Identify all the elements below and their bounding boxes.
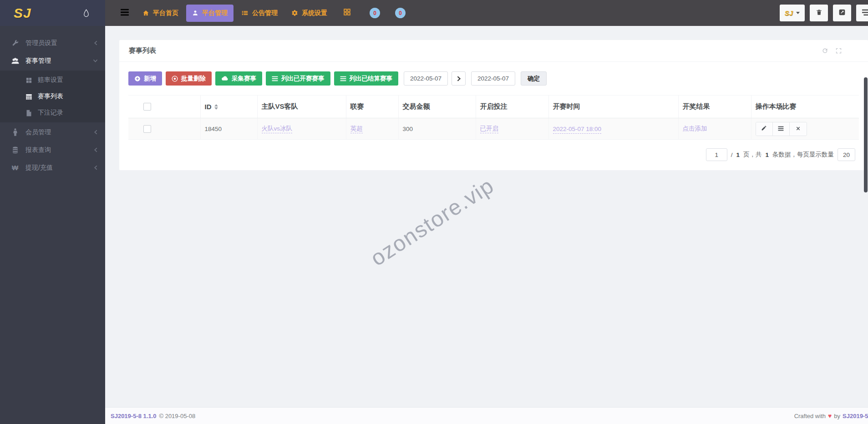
total-records: 1 bbox=[765, 151, 769, 158]
select-all-checkbox[interactable] bbox=[143, 103, 151, 111]
sidebar-item-match-manage[interactable]: 赛事管理 bbox=[0, 52, 105, 70]
add-button[interactable]: 新增 bbox=[128, 71, 162, 86]
header-teams: 主队VS客队 bbox=[257, 96, 346, 118]
table-row: 18450 火队vs冰队 英超 300 已开启 2022-05-07 18:00… bbox=[128, 118, 859, 140]
row-action-group bbox=[756, 122, 807, 136]
sidebar: 管理员设置 赛事管理 赔率设置 赛事列表 下注记录 会员管理 bbox=[0, 26, 105, 424]
chevron-left-icon bbox=[94, 130, 98, 135]
cell-teams: 火队vs冰队 bbox=[257, 118, 346, 140]
panel-header: 赛事列表 bbox=[119, 40, 868, 62]
trash-icon bbox=[816, 9, 822, 17]
footer-brand-link[interactable]: SJ2019-5-8 1.1.0 bbox=[111, 413, 156, 419]
panel-tools bbox=[822, 47, 842, 54]
edit-row-button[interactable] bbox=[756, 122, 773, 136]
main-menu: 平台首页 平台管理 公告管理 系统设置 0 0 bbox=[137, 5, 406, 22]
start-time-link[interactable]: 2022-05-07 18:00 bbox=[553, 126, 602, 134]
sidebar-item-bet-records[interactable]: 下注记录 bbox=[0, 105, 105, 121]
nav-item-platform-home[interactable]: 平台首页 bbox=[137, 5, 184, 22]
header-result: 开奖结果 bbox=[678, 96, 751, 118]
notification-badge-2[interactable]: 0 bbox=[395, 8, 406, 18]
droplet-icon[interactable] bbox=[83, 9, 90, 18]
pagination-label-records: 条数据，每页显示数量 bbox=[772, 151, 834, 159]
result-add-link[interactable]: 点击添加 bbox=[683, 125, 707, 132]
sort-icon[interactable] bbox=[214, 104, 218, 110]
scrollbar-thumb[interactable] bbox=[864, 77, 868, 192]
minus-circle-icon bbox=[172, 76, 178, 82]
chevron-left-icon bbox=[94, 147, 98, 152]
header-bet-status: 开启投注 bbox=[476, 96, 548, 118]
footer-author-link[interactable]: SJ2019-5-8 bbox=[843, 413, 868, 419]
sidebar-item-label: 报表查询 bbox=[25, 146, 94, 154]
date-to-input[interactable] bbox=[471, 71, 515, 86]
gear-icon bbox=[291, 10, 298, 16]
nav-item-label: 平台管理 bbox=[202, 9, 228, 17]
footer-credits: Crafted with ♥ by SJ2019-5-8 bbox=[794, 412, 868, 419]
menu-lines-icon bbox=[862, 9, 868, 17]
won-sign-icon: ₩ bbox=[10, 164, 20, 172]
sidebar-item-report-query[interactable]: 报表查询 bbox=[0, 141, 105, 159]
th-grid-icon bbox=[24, 77, 33, 84]
nav-item-platform-manage[interactable]: 平台管理 bbox=[186, 5, 233, 22]
trash-button[interactable] bbox=[810, 5, 828, 21]
refresh-icon[interactable] bbox=[822, 47, 828, 54]
collect-matches-button[interactable]: 采集赛事 bbox=[215, 71, 262, 86]
header-actions: 操作本场比赛 bbox=[751, 96, 859, 118]
sidebar-toggle-button[interactable] bbox=[118, 6, 131, 20]
hamburger-icon bbox=[120, 8, 129, 18]
close-icon bbox=[796, 126, 801, 132]
list-open-matches-button[interactable]: 列出已开赛赛事 bbox=[266, 71, 330, 86]
modules-grid-button[interactable] bbox=[340, 5, 355, 21]
fullscreen-icon[interactable] bbox=[835, 47, 842, 54]
confirm-button[interactable]: 确定 bbox=[521, 71, 547, 86]
header-amount: 交易金额 bbox=[398, 96, 476, 118]
sidebar-item-admin-settings[interactable]: 管理员设置 bbox=[0, 34, 105, 52]
edit-button[interactable] bbox=[833, 5, 851, 21]
sidebar-item-member-manage[interactable]: 会员管理 bbox=[0, 123, 105, 141]
chevron-down-icon bbox=[93, 59, 98, 63]
home-icon bbox=[142, 10, 149, 16]
nav-item-label: 平台首页 bbox=[153, 9, 178, 17]
page-number-input[interactable] bbox=[706, 148, 727, 161]
detail-row-button[interactable] bbox=[773, 122, 790, 136]
plus-circle-icon bbox=[134, 76, 141, 82]
list-settled-matches-button[interactable]: 列出已结算赛事 bbox=[334, 71, 399, 86]
footer-crafted-text: Crafted with bbox=[794, 413, 826, 419]
table-header-row: ID 主队VS客队 联赛 交易金额 开启投注 开赛时间 开奖结果 操作本场比赛 bbox=[128, 96, 859, 118]
pen-icon bbox=[761, 125, 767, 132]
log-list-button[interactable] bbox=[856, 5, 868, 21]
nav-item-announcement-manage[interactable]: 公告管理 bbox=[235, 5, 284, 22]
chevron-left-icon bbox=[94, 40, 98, 45]
league-link[interactable]: 英超 bbox=[350, 125, 363, 133]
brand-area[interactable]: SJ bbox=[0, 0, 105, 26]
user-menu-logo: SJ bbox=[785, 9, 793, 17]
member-icon bbox=[10, 128, 20, 136]
page-size-input[interactable] bbox=[838, 148, 855, 161]
cell-start-time: 2022-05-07 18:00 bbox=[548, 118, 678, 140]
user-menu-button[interactable]: SJ bbox=[780, 5, 805, 21]
sidebar-item-withdraw-recharge[interactable]: ₩ 提现/充值 bbox=[0, 159, 105, 177]
sidebar-item-match-list[interactable]: 赛事列表 bbox=[0, 88, 105, 105]
nav-item-system-settings[interactable]: 系统设置 bbox=[285, 5, 333, 22]
cell-id: 18450 bbox=[200, 118, 257, 140]
list-icon bbox=[340, 76, 346, 81]
top-navbar: SJ 平台首页 平台管理 公告管理 bbox=[0, 0, 868, 26]
cloud-icon bbox=[221, 76, 228, 81]
table-icon bbox=[24, 93, 33, 100]
bet-status-link[interactable]: 已开启 bbox=[480, 125, 499, 133]
teams-link[interactable]: 火队vs冰队 bbox=[262, 125, 293, 133]
sidebar-item-label: 会员管理 bbox=[25, 128, 94, 136]
delete-row-button[interactable] bbox=[790, 122, 807, 136]
panel-body: 新增 批量删除 采集赛事 列出已开赛赛事 bbox=[119, 62, 868, 170]
total-pages: 1 bbox=[736, 151, 740, 158]
sidebar-item-odds-settings[interactable]: 赔率设置 bbox=[0, 72, 105, 88]
batch-delete-button[interactable]: 批量删除 bbox=[166, 71, 212, 86]
sidebar-item-label: 赛事列表 bbox=[38, 92, 98, 101]
next-date-button[interactable] bbox=[452, 71, 466, 86]
header-id[interactable]: ID bbox=[200, 96, 257, 118]
chevron-left-icon bbox=[94, 165, 98, 170]
row-checkbox[interactable] bbox=[143, 125, 151, 133]
heart-icon: ♥ bbox=[828, 412, 832, 419]
notification-badge-1[interactable]: 0 bbox=[370, 8, 380, 18]
match-table: ID 主队VS客队 联赛 交易金额 开启投注 开赛时间 开奖结果 操作本场比赛 bbox=[128, 95, 859, 140]
date-from-input[interactable] bbox=[404, 71, 448, 86]
